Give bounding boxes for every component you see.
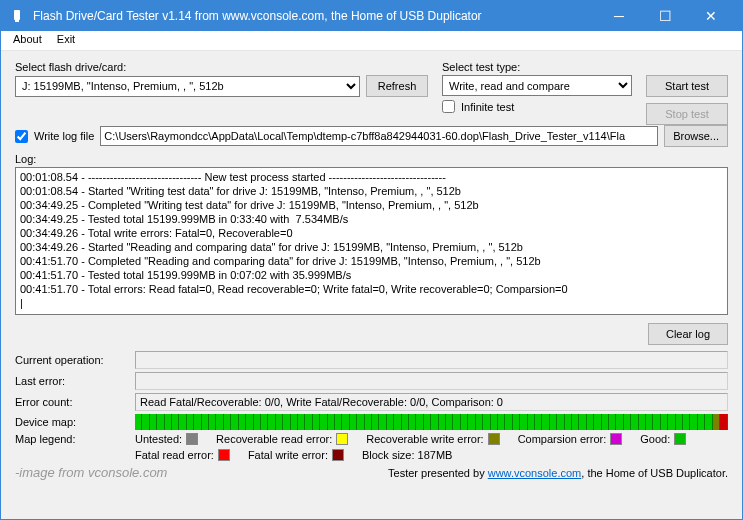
device-map-label: Device map:	[15, 416, 125, 428]
swatch-untested	[186, 433, 198, 445]
menu-about[interactable]: About	[7, 31, 48, 47]
swatch-good	[674, 433, 686, 445]
drive-select[interactable]: J: 15199MB, "Intenso, Premium, , ", 512b	[15, 76, 360, 97]
last-error-label: Last error:	[15, 375, 125, 387]
block-size: Block size: 187MB	[362, 449, 452, 461]
infinite-checkbox[interactable]	[442, 100, 455, 113]
write-log-checkbox[interactable]	[15, 130, 28, 143]
map-legend-label: Map legend:	[15, 433, 125, 445]
swatch-comparison	[610, 433, 622, 445]
svg-rect-1	[15, 20, 19, 22]
vconsole-link[interactable]: www.vconsole.com	[488, 467, 582, 479]
select-test-label: Select test type:	[442, 61, 632, 73]
browse-button[interactable]: Browse...	[664, 125, 728, 147]
swatch-recov-write	[488, 433, 500, 445]
titlebar: Flash Drive/Card Tester v1.14 from www.v…	[1, 1, 742, 31]
map-legend: Untested: Recoverable read error: Recove…	[135, 433, 728, 461]
maximize-button[interactable]: ☐	[642, 1, 688, 31]
start-test-button[interactable]: Start test	[646, 75, 728, 97]
last-error-value	[135, 372, 728, 390]
current-op-label: Current operation:	[15, 354, 125, 366]
close-button[interactable]: ✕	[688, 1, 734, 31]
footer-credit: Tester presented by www.vconsole.com, th…	[388, 467, 728, 479]
menu-exit[interactable]: Exit	[51, 31, 81, 47]
app-icon	[9, 8, 25, 24]
log-textarea[interactable]: 00:01:08.54 - --------------------------…	[15, 167, 728, 315]
write-log-label: Write log file	[34, 130, 94, 142]
stop-test-button[interactable]: Stop test	[646, 103, 728, 125]
svg-rect-0	[14, 10, 20, 20]
window-title: Flash Drive/Card Tester v1.14 from www.v…	[33, 9, 596, 23]
swatch-recov-read	[336, 433, 348, 445]
source-note: -image from vconsole.com	[15, 465, 167, 480]
log-path-input[interactable]	[100, 126, 658, 146]
error-count-value: Read Fatal/Recoverable: 0/0, Write Fatal…	[135, 393, 728, 411]
swatch-fatal-read	[218, 449, 230, 461]
select-drive-label: Select flash drive/card:	[15, 61, 428, 73]
menubar: About Exit	[1, 31, 742, 51]
minimize-button[interactable]: ─	[596, 1, 642, 31]
swatch-fatal-write	[332, 449, 344, 461]
test-type-select[interactable]: Write, read and compare	[442, 75, 632, 96]
current-op-value	[135, 351, 728, 369]
log-label: Log:	[15, 153, 728, 165]
clear-log-button[interactable]: Clear log	[648, 323, 728, 345]
device-map	[135, 414, 728, 430]
infinite-label: Infinite test	[461, 101, 514, 113]
error-count-label: Error count:	[15, 396, 125, 408]
refresh-button[interactable]: Refresh	[366, 75, 428, 97]
